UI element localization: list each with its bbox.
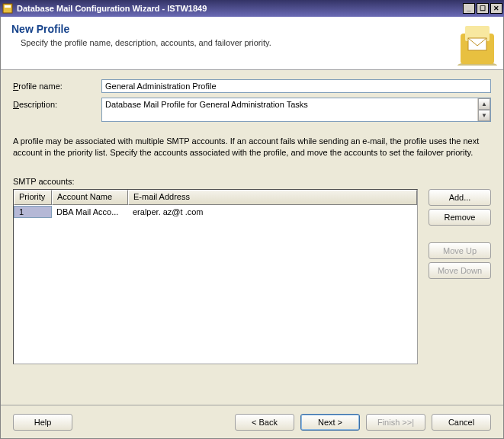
header-graphic-icon — [454, 20, 500, 66]
finish-button[interactable]: Finish >>| — [366, 414, 425, 431]
add-button[interactable]: Add... — [429, 189, 491, 206]
cell-account-name: DBA Mail Acco... — [52, 207, 128, 217]
description-input[interactable] — [102, 98, 477, 121]
profile-name-label: Profile name: — [13, 79, 101, 91]
smtp-accounts-label: SMTP accounts: — [13, 177, 491, 186]
move-up-button[interactable]: Move Up — [429, 242, 491, 259]
wizard-footer: Help < Back Next > Finish >>| Cancel — [1, 405, 503, 438]
smtp-accounts-table[interactable]: Priority Account Name E-mail Address 1 D… — [13, 189, 418, 364]
move-down-button[interactable]: Move Down — [429, 262, 491, 279]
page-title: New Profile — [11, 23, 493, 35]
minimize-button[interactable]: _ — [463, 3, 475, 14]
description-field[interactable]: ▲ ▼ — [101, 98, 491, 122]
col-priority[interactable]: Priority — [14, 190, 52, 205]
svg-rect-0 — [3, 4, 12, 13]
svg-rect-1 — [5, 5, 11, 8]
wizard-header: New Profile Specify the profile name, de… — [1, 17, 503, 70]
maximize-button[interactable]: ☐ — [477, 3, 489, 14]
back-button[interactable]: < Back — [235, 414, 294, 431]
titlebar: Database Mail Configuration Wizard - IST… — [0, 0, 504, 17]
cancel-button[interactable]: Cancel — [432, 414, 491, 431]
scroll-down-icon[interactable]: ▼ — [478, 110, 490, 121]
profile-name-input[interactable] — [101, 79, 491, 93]
window-controls: _ ☐ ✕ — [461, 3, 502, 14]
description-label: Description: — [13, 98, 101, 109]
help-button[interactable]: Help — [13, 414, 72, 431]
scroll-up-icon[interactable]: ▲ — [478, 98, 490, 110]
page-subtitle: Specify the profile name, description, a… — [11, 38, 493, 47]
window-title: Database Mail Configuration Wizard - IST… — [17, 4, 461, 13]
table-header: Priority Account Name E-mail Address — [14, 190, 417, 205]
close-button[interactable]: ✕ — [490, 3, 502, 14]
account-buttons: Add... Remove Move Up Move Down — [429, 189, 491, 279]
cell-email: eralper. az@t .com — [128, 207, 417, 217]
col-email-address[interactable]: E-mail Address — [128, 190, 417, 205]
help-text: A profile may be associated with multipl… — [13, 136, 491, 159]
table-row[interactable]: 1 DBA Mail Acco... eralper. az@t .com — [14, 205, 417, 219]
col-account-name[interactable]: Account Name — [52, 190, 128, 205]
window-body: New Profile Specify the profile name, de… — [0, 17, 504, 439]
next-button[interactable]: Next > — [300, 414, 360, 431]
cell-priority[interactable]: 1 — [14, 206, 52, 218]
description-scrollbar[interactable]: ▲ ▼ — [477, 98, 490, 121]
remove-button[interactable]: Remove — [429, 209, 491, 226]
content-area: Profile name: Description: ▲ ▼ A profile… — [1, 70, 503, 364]
app-icon — [2, 2, 14, 14]
